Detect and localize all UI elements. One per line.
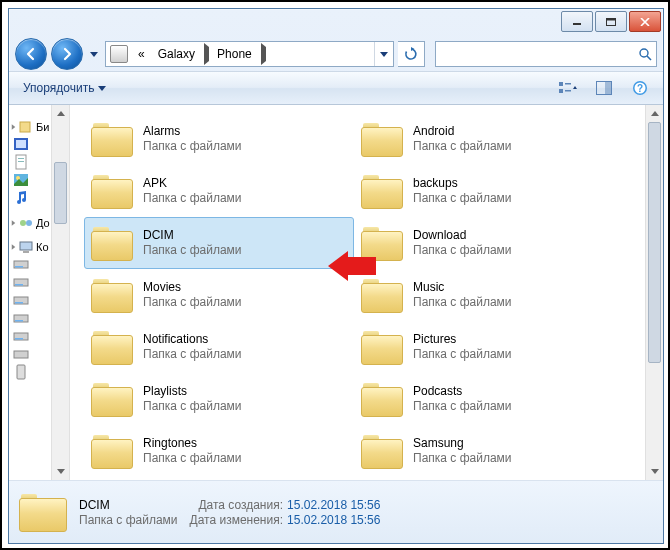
- folder-item[interactable]: SamsungПапка с файлами: [354, 425, 624, 477]
- address-dropdown[interactable]: [374, 42, 393, 66]
- svg-rect-24: [23, 251, 29, 253]
- folder-type: Папка с файлами: [413, 451, 512, 466]
- folder-name: Playlists: [143, 384, 242, 399]
- svg-rect-36: [17, 365, 25, 379]
- drive-icon: [13, 310, 29, 326]
- svg-rect-32: [15, 320, 23, 322]
- folder-type: Папка с файлами: [143, 451, 242, 466]
- folder-type: Папка с файлами: [413, 347, 512, 362]
- folder-name: Notifications: [143, 332, 242, 347]
- scrollbar-thumb[interactable]: [54, 162, 67, 224]
- scroll-up-icon[interactable]: [52, 105, 69, 122]
- folder-item[interactable]: PicturesПапка с файлами: [354, 321, 624, 373]
- drive-icon: [13, 328, 29, 344]
- folder-item[interactable]: PlaylistsПапка с файлами: [84, 373, 354, 425]
- search-icon[interactable]: [634, 47, 656, 61]
- picture-icon: [13, 172, 29, 188]
- breadcrumb-phone[interactable]: Phone: [211, 42, 259, 66]
- breadcrumb-galaxy[interactable]: Galaxy: [152, 42, 202, 66]
- breadcrumb-ellipsis[interactable]: «: [132, 42, 152, 66]
- refresh-button[interactable]: [398, 41, 425, 67]
- sidebar-scrollbar[interactable]: [51, 105, 69, 480]
- folder-icon: [361, 277, 403, 313]
- folder-type: Папка с файлами: [143, 139, 242, 154]
- svg-rect-17: [18, 158, 24, 159]
- history-dropdown[interactable]: [87, 41, 101, 67]
- folder-item[interactable]: DownloadПапка с файлами: [354, 217, 624, 269]
- document-icon: [13, 154, 29, 170]
- title-bar: [9, 9, 663, 37]
- folder-type: Папка с файлами: [413, 139, 512, 154]
- svg-rect-23: [20, 242, 32, 250]
- help-button[interactable]: ?: [625, 77, 655, 99]
- drive-icon: [13, 274, 29, 290]
- drive-icon: [13, 256, 29, 272]
- svg-point-3: [640, 49, 648, 57]
- scroll-down-icon[interactable]: [52, 463, 69, 480]
- svg-rect-28: [15, 284, 23, 286]
- libraries-icon: [18, 119, 34, 135]
- folder-item[interactable]: RingtonesПапка с файлами: [84, 425, 354, 477]
- back-button[interactable]: [15, 38, 47, 70]
- folder-icon: [91, 329, 133, 365]
- homegroup-icon: [18, 215, 34, 231]
- folder-name: Podcasts: [413, 384, 512, 399]
- svg-rect-30: [15, 302, 23, 304]
- scrollbar-thumb[interactable]: [648, 122, 661, 363]
- sidebar-label: До: [36, 217, 50, 229]
- address-bar[interactable]: « Galaxy Phone: [105, 41, 394, 67]
- folder-type: Папка с файлами: [413, 399, 512, 414]
- annotation-arrow-icon: [328, 251, 376, 281]
- folder-item[interactable]: backupsПапка с файлами: [354, 165, 624, 217]
- maximize-button[interactable]: [595, 11, 627, 32]
- music-icon: [13, 190, 29, 206]
- svg-rect-0: [573, 23, 581, 25]
- folder-icon: [91, 121, 133, 157]
- folder-name: Samsung: [413, 436, 512, 451]
- folder-name: Pictures: [413, 332, 512, 347]
- search-input[interactable]: [436, 47, 634, 61]
- breadcrumb-separator-icon: [259, 47, 268, 61]
- folder-item[interactable]: DCIMПапка с файлами: [84, 217, 354, 269]
- folder-item[interactable]: MusicПапка с файлами: [354, 269, 624, 321]
- folder-item[interactable]: NotificationsПапка с файлами: [84, 321, 354, 373]
- folder-icon: [91, 433, 133, 469]
- close-button[interactable]: [629, 11, 661, 32]
- folder-item[interactable]: AndroidПапка с файлами: [354, 113, 624, 165]
- file-list[interactable]: AlarmsПапка с файламиAPKПапка с файламиD…: [70, 105, 663, 480]
- folder-type: Папка с файлами: [413, 295, 512, 310]
- drive-icon: [13, 292, 29, 308]
- folder-item[interactable]: APKПапка с файлами: [84, 165, 354, 217]
- forward-button[interactable]: [51, 38, 83, 70]
- folder-icon: [361, 121, 403, 157]
- svg-rect-35: [14, 351, 28, 358]
- view-options-button[interactable]: [553, 77, 583, 99]
- svg-rect-18: [18, 161, 24, 162]
- scroll-down-icon[interactable]: [646, 463, 663, 480]
- scroll-up-icon[interactable]: [646, 105, 663, 122]
- folder-name: APK: [143, 176, 242, 191]
- modified-label: Дата изменения:: [190, 513, 284, 527]
- svg-rect-6: [565, 83, 571, 85]
- svg-rect-15: [16, 140, 26, 148]
- folder-type: Папка с файлами: [413, 191, 512, 206]
- svg-text:?: ?: [637, 83, 643, 94]
- svg-rect-26: [15, 266, 23, 268]
- folder-item[interactable]: PodcastsПапка с файлами: [354, 373, 624, 425]
- content-scrollbar[interactable]: [645, 105, 663, 480]
- folder-name: Music: [413, 280, 512, 295]
- search-box[interactable]: [435, 41, 657, 67]
- folder-item[interactable]: AlarmsПапка с файлами: [84, 113, 354, 165]
- folder-name: Android: [413, 124, 512, 139]
- svg-rect-4: [559, 82, 563, 86]
- folder-icon: [19, 492, 67, 532]
- folder-type: Папка с файлами: [413, 243, 512, 258]
- organize-menu[interactable]: Упорядочить: [17, 79, 112, 97]
- preview-pane-button[interactable]: [589, 77, 619, 99]
- folder-item[interactable]: MoviesПапка с файлами: [84, 269, 354, 321]
- device-icon: [110, 45, 128, 63]
- minimize-button[interactable]: [561, 11, 593, 32]
- details-pane: DCIM Папка с файлами Дата создания: 15.0…: [9, 480, 663, 543]
- folder-name: Ringtones: [143, 436, 242, 451]
- navigation-pane[interactable]: Би До Ко: [9, 105, 70, 480]
